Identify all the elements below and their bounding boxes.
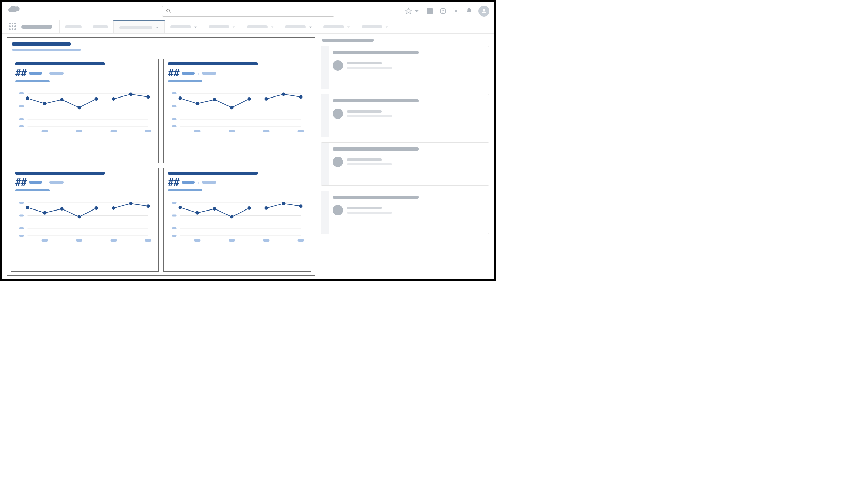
header-actions: ? (405, 6, 489, 17)
sidebar-card-3[interactable] (321, 191, 489, 234)
metric-label (29, 181, 42, 184)
chart-title (15, 172, 105, 175)
nav-item-1[interactable] (87, 20, 113, 33)
svg-point-5 (455, 10, 457, 12)
x-axis-label (76, 239, 82, 242)
y-axis-label (172, 202, 177, 204)
bell-icon[interactable] (465, 7, 473, 15)
nav-item-label (65, 25, 82, 28)
user-icon (481, 8, 487, 14)
y-axis-label (19, 227, 24, 229)
nav-item-2[interactable] (113, 20, 165, 33)
nav-item-3[interactable] (165, 20, 203, 33)
chevron-down-icon (232, 25, 236, 29)
nav-item-label (209, 25, 229, 28)
svg-point-14 (78, 106, 81, 109)
sidebar-title (322, 39, 374, 42)
gear-icon[interactable] (452, 7, 460, 15)
add-icon[interactable] (426, 7, 434, 15)
sidebar-card-1[interactable] (321, 94, 489, 137)
x-axis-label (263, 239, 270, 242)
nav-item-label (93, 25, 108, 28)
y-axis-label (172, 92, 177, 94)
nav-item-label (362, 25, 382, 28)
x-axis-label (229, 130, 235, 132)
help-icon[interactable]: ? (439, 7, 447, 15)
card-tab-strip (321, 191, 329, 234)
card-line-1 (347, 207, 382, 209)
svg-point-27 (248, 97, 251, 101)
metric-subtitle (168, 80, 202, 82)
card-title (333, 51, 419, 54)
global-search[interactable] (162, 6, 334, 17)
svg-point-12 (43, 102, 47, 105)
dashboard-panel: ## ↑ ## ↑ ## (7, 37, 315, 276)
y-axis-label (172, 214, 177, 216)
line-chart (168, 193, 307, 243)
line-chart (15, 84, 154, 134)
avatar[interactable] (478, 6, 489, 17)
svg-point-54 (299, 204, 303, 208)
metric-row: ## ↑ (168, 177, 307, 188)
chevron-down-icon (155, 25, 159, 29)
svg-point-39 (95, 206, 98, 210)
card-title (333, 196, 419, 199)
y-axis-label (19, 125, 24, 127)
metric-value: ## (168, 68, 180, 79)
nav-item-8[interactable] (356, 20, 394, 33)
chart-card-1[interactable]: ## ↑ (163, 59, 311, 163)
x-axis-label (229, 239, 235, 242)
y-axis-label (19, 105, 24, 107)
chevron-down-icon (385, 25, 389, 29)
nav-item-label (285, 25, 306, 28)
x-axis-label (263, 130, 270, 132)
chevron-down-icon (347, 25, 351, 29)
x-axis-label (42, 130, 48, 132)
chart-card-3[interactable]: ## ↑ (163, 168, 311, 272)
sidebar-card-2[interactable] (321, 142, 489, 186)
svg-point-13 (60, 98, 64, 101)
nav-item-7[interactable] (318, 20, 356, 33)
svg-point-23 (179, 96, 182, 100)
search-input[interactable] (173, 9, 331, 14)
chevron-down-icon (309, 25, 312, 29)
sidebar-card-0[interactable] (321, 46, 489, 89)
app-launcher-icon[interactable] (9, 23, 17, 31)
x-axis-label (194, 130, 201, 132)
metric-comparison (202, 72, 216, 75)
nav-item-4[interactable] (203, 20, 241, 33)
dashboard-subtitle (12, 49, 81, 51)
metric-subtitle (15, 80, 50, 82)
svg-point-37 (60, 207, 64, 211)
nav-item-label (119, 26, 152, 29)
x-axis-label (111, 130, 117, 132)
svg-point-24 (196, 102, 199, 105)
nav-item-5[interactable] (241, 20, 280, 33)
card-tab-strip (321, 46, 329, 89)
nav-item-6[interactable] (280, 20, 318, 33)
star-icon (405, 7, 412, 15)
metric-label (29, 72, 42, 75)
metric-subtitle (168, 189, 202, 191)
avatar (333, 109, 343, 119)
card-line-2 (347, 163, 392, 165)
nav-bar (2, 20, 494, 34)
chart-title (168, 62, 258, 65)
svg-point-38 (78, 215, 81, 218)
svg-point-47 (179, 206, 182, 209)
favorites-button[interactable] (405, 7, 421, 15)
svg-line-1 (169, 12, 170, 13)
chart-card-2[interactable]: ## ↑ (11, 168, 159, 272)
svg-point-49 (213, 207, 216, 211)
svg-point-26 (230, 106, 234, 109)
card-tab-strip (321, 94, 329, 137)
card-line-2 (347, 212, 392, 214)
metric-row: ## ↑ (15, 68, 154, 79)
metric-row: ## ↑ (15, 177, 154, 188)
nav-item-0[interactable] (60, 20, 87, 33)
salesforce-logo-icon[interactable] (7, 6, 26, 17)
svg-point-28 (265, 97, 268, 101)
chart-card-0[interactable]: ## ↑ (11, 59, 159, 163)
card-line-2 (347, 115, 392, 117)
x-axis-label (298, 239, 304, 242)
